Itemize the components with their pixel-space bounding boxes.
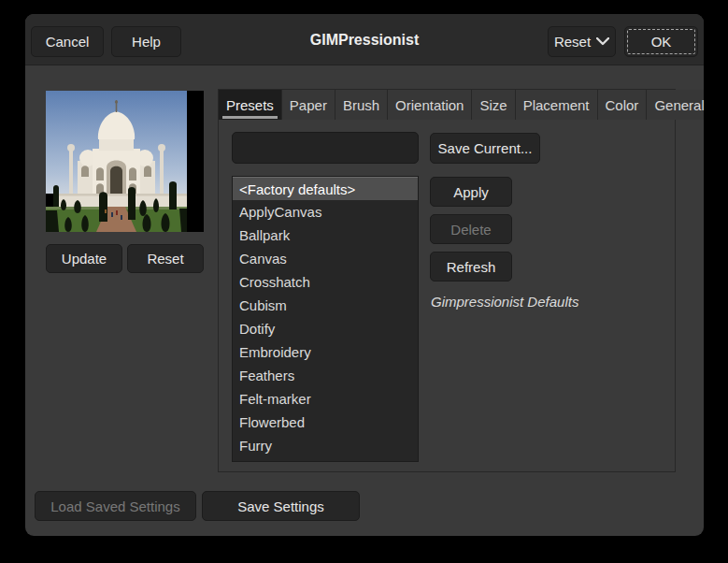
save-current-button[interactable]: Save Current... — [430, 133, 540, 164]
ok-button[interactable]: OK — [624, 26, 698, 57]
tab-orientation[interactable]: Orientation — [388, 90, 472, 120]
save-settings-button[interactable]: Save Settings — [202, 491, 360, 521]
chevron-down-icon — [596, 37, 609, 46]
gimpressionist-dialog: Cancel Help GIMPressionist Reset OK — [25, 14, 704, 536]
help-button[interactable]: Help — [111, 26, 181, 57]
reset-dropdown-button[interactable]: Reset — [548, 26, 616, 57]
preset-list[interactable]: <Factory defaults>ApplyCanvasBallparkCan… — [232, 176, 419, 462]
preview-image — [46, 91, 204, 232]
reset-dropdown-label: Reset — [554, 34, 591, 50]
preset-list-item[interactable]: Feathers — [233, 364, 418, 387]
cancel-button[interactable]: Cancel — [31, 26, 104, 57]
preset-list-item[interactable]: Embroidery — [233, 340, 418, 364]
dialog-header: Cancel Help GIMPressionist Reset OK — [25, 14, 704, 65]
preset-list-item[interactable]: Ballpark — [233, 224, 418, 247]
tab-presets[interactable]: Presets — [219, 90, 282, 120]
tab-general[interactable]: General — [647, 90, 704, 120]
preset-list-item[interactable]: Canvas — [233, 247, 418, 270]
preset-list-item[interactable]: ApplyCanvas — [233, 200, 418, 224]
tab-color[interactable]: Color — [598, 90, 648, 120]
preset-description: Gimpressionist Defaults — [431, 294, 578, 310]
apply-button[interactable]: Apply — [430, 177, 512, 207]
tab-size[interactable]: Size — [472, 90, 515, 120]
preset-list-item[interactable]: Crosshatch — [233, 270, 418, 294]
preset-list-item[interactable]: Dotify — [233, 317, 418, 340]
preset-list-item[interactable]: Flowerbed — [233, 411, 418, 434]
tab-brush[interactable]: Brush — [335, 90, 388, 120]
load-saved-settings-button[interactable]: Load Saved Settings — [35, 491, 196, 521]
preset-name-input[interactable] — [232, 132, 419, 164]
tab-placement[interactable]: Placement — [516, 90, 598, 120]
preset-list-item[interactable]: Cubism — [233, 294, 418, 317]
taj-mahal-photo — [46, 91, 187, 232]
settings-notebook: PresetsPaperBrushOrientationSizePlacemen… — [218, 89, 676, 472]
preset-list-item[interactable]: Furry — [233, 434, 418, 457]
refresh-button[interactable]: Refresh — [430, 252, 512, 282]
update-button[interactable]: Update — [46, 244, 122, 273]
preset-list-item[interactable]: Felt-marker — [233, 387, 418, 411]
preset-list-item[interactable]: <Factory defaults> — [233, 177, 418, 200]
tab-paper[interactable]: Paper — [282, 90, 335, 120]
delete-button[interactable]: Delete — [430, 214, 512, 244]
preview-reset-button[interactable]: Reset — [127, 244, 204, 273]
tab-strip: PresetsPaperBrushOrientationSizePlacemen… — [219, 90, 675, 120]
